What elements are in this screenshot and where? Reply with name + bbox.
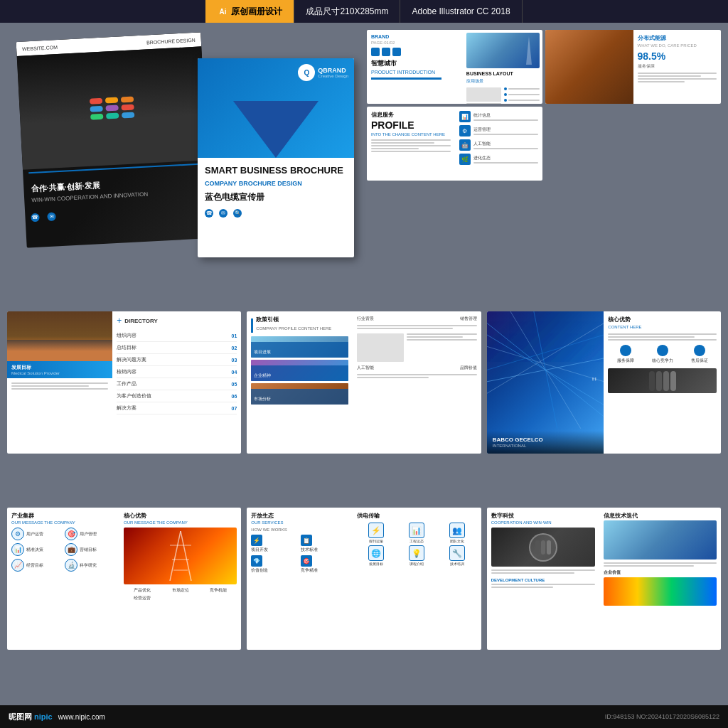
brochure-label: BROCHURE DESIGN bbox=[146, 37, 196, 45]
digital-title: 数字科技 bbox=[491, 512, 595, 520]
adv-icon1 bbox=[620, 345, 631, 356]
svg-line-2 bbox=[487, 335, 604, 370]
ai-label2: 人工智能 bbox=[357, 365, 374, 371]
policy-left: 政策引领 COMPANY PROFILE CONTENT HERE 项目进展 企… bbox=[247, 311, 352, 454]
policy-title: 政策引领 bbox=[256, 316, 331, 323]
adv-icon2 bbox=[657, 345, 668, 356]
dev-target-left: 发展目标 Medical Solution Provider bbox=[7, 311, 112, 454]
policy-right: 行业背景 销售管理 bbox=[353, 311, 481, 454]
core-item2: 市场定位 bbox=[162, 587, 199, 594]
svc-icon2: 📋 bbox=[301, 535, 312, 546]
spread3-left: 信息服务 PROFILE INTO THE CHANGE CONTENT HER… bbox=[367, 107, 455, 181]
svg-line-7 bbox=[534, 311, 557, 429]
development-spread: 发展目标 Medical Solution Provider + DIRECTO… bbox=[7, 311, 241, 454]
profile-label2: 运营管理 bbox=[473, 127, 539, 133]
service4: 🎯 竞争精准 bbox=[301, 555, 348, 574]
supply-icon2: 📊 bbox=[409, 523, 424, 538]
industry-spread: 产业集群 OUR MESSAGE THE COMPANY ⚙ 用户运营 🎯 用户… bbox=[7, 508, 241, 650]
size-info: 成品尺寸210X285mm bbox=[294, 0, 400, 23]
blue-accent-bar bbox=[251, 318, 253, 333]
bullet3 bbox=[504, 99, 540, 102]
policy-img2: 企业精神 bbox=[251, 360, 348, 381]
quote-icon: " bbox=[592, 375, 596, 391]
profile-label3: 人工智能 bbox=[473, 141, 539, 147]
supply-icon4: 🌐 bbox=[368, 545, 384, 561]
profile-items: 📊 统计信息 ⚙ 运营管理 🤖 bbox=[459, 111, 539, 165]
cover-section: WEBSITE.COM BROCHURE DESIGN bbox=[7, 30, 361, 257]
power-tower-img bbox=[124, 528, 237, 584]
svg-line-9 bbox=[181, 531, 191, 581]
copper-cable-image bbox=[545, 30, 633, 104]
col2 bbox=[504, 87, 540, 104]
spread2-right: 分布式能源 WHAT WE DO, CARE PRICED 98.5% 服务保障 bbox=[633, 30, 722, 104]
phone-item: ☎ bbox=[31, 213, 42, 222]
ind-icon5: 📈 经营目标 bbox=[11, 559, 62, 572]
cover-icon-search: 🔍 bbox=[233, 209, 242, 218]
profile-icon2: ⚙ bbox=[459, 125, 471, 136]
svc-icon4: 🎯 bbox=[301, 555, 312, 567]
adv3: 售后保证 bbox=[691, 345, 708, 364]
supply5: 💡 课程介绍 bbox=[397, 545, 436, 566]
core-adv-subtitle2: OUR MESSAGE THE COMPANY bbox=[124, 520, 237, 525]
top-bar: Ai 原创画册设计 成品尺寸210X285mm Adobe Illustrato… bbox=[0, 0, 728, 23]
line1 bbox=[466, 103, 502, 104]
icon2 bbox=[382, 48, 390, 56]
supply-icon6: 🔧 bbox=[449, 545, 465, 561]
policy-subtitle: COMPANY PROFILE CONTENT HERE bbox=[256, 326, 331, 331]
bottom-bar: 昵图网 nipic www.nipic.com ID:948153 NO:202… bbox=[0, 705, 728, 728]
supply-icon5: 💡 bbox=[409, 545, 424, 561]
svc-icon1: ⚡ bbox=[251, 535, 262, 546]
ind-icon4: 💼 营销目标 bbox=[65, 543, 115, 556]
ind-icon1: ⚙ 用户运营 bbox=[11, 528, 62, 540]
asset-id: ID:948153 NO:202410172020S6085122 bbox=[605, 713, 719, 720]
application-scene-label: 应用场景 bbox=[466, 78, 540, 85]
bullet2 bbox=[504, 93, 540, 96]
smoke-effect bbox=[7, 311, 112, 340]
cable-preview bbox=[608, 368, 717, 393]
cover-icon-phone: ☎ bbox=[205, 209, 213, 218]
col1 bbox=[466, 87, 502, 104]
cover-icon-email: ✉ bbox=[219, 209, 228, 218]
core-advantages-right: 核心优势 CONTENT HERE 服务保障 核心竞争力 bbox=[604, 311, 721, 454]
cable-visual bbox=[25, 61, 200, 155]
smart-city-spread: BRAND PAGE-01/02 智慧城市 PRODUCT INTRODUCTI… bbox=[367, 30, 542, 104]
mini-img1 bbox=[466, 87, 502, 102]
core-item4: 经营运营 bbox=[124, 595, 161, 601]
cover-front-bottom: SMART BUSINESS BROCHURE COMPANY BROCHURE… bbox=[198, 158, 354, 225]
supply-right: 供电传输 ⚡ 报刊运输 📊 工程运态 👥 团队文化 🌐 bbox=[353, 508, 481, 650]
supply-icon3: 👥 bbox=[449, 523, 465, 538]
cover-main-title: SMART BUSINESS BROCHURE bbox=[205, 165, 347, 177]
ecosystem-spread: 开放生态 OUR SERVICES HOW WE WORKS ⚡ 项目开发 📋 … bbox=[247, 508, 481, 650]
core-item1: 产品优化 bbox=[124, 587, 161, 594]
what-label: WHAT WE DO, CARE PRICED bbox=[638, 43, 717, 48]
digital-left: 数字科技 COOPERATION AND WIN-WIN DEVELOPMENT… bbox=[487, 508, 599, 650]
phone-icon: ☎ bbox=[31, 213, 40, 223]
cover-front: Q QBRAND Creative Design SMART BUSINESS … bbox=[198, 58, 354, 257]
core-adv-title: 核心优势 bbox=[608, 316, 717, 323]
fire-image bbox=[7, 311, 112, 361]
brand-name: QBRAND bbox=[318, 67, 348, 74]
tower-icon bbox=[522, 36, 536, 65]
cover-back: WEBSITE.COM BROCHURE DESIGN bbox=[16, 32, 212, 247]
profile-icon1: 📊 bbox=[459, 111, 471, 122]
spread2-left bbox=[545, 30, 633, 104]
dir-item2: 总结目标 02 bbox=[117, 342, 237, 354]
industry-subtitle: OUR MESSAGE THE COMPANY bbox=[11, 520, 115, 525]
profile-icon4: 🌿 bbox=[459, 154, 471, 165]
ind-icon3: 📊 精准决策 bbox=[11, 543, 62, 556]
ecosystem-title: 开放生态 bbox=[251, 512, 348, 520]
cover-sub-title: COMPANY BROCHURE DESIGN bbox=[205, 180, 347, 187]
policy-img1: 项目进展 bbox=[251, 336, 348, 358]
fiber-spread: BABCO GECELCO INTERNATIONAL " 核心优势 CONTE… bbox=[487, 311, 721, 454]
service-grid: ⚡ 项目开发 📋 技术标准 💎 价值创造 🎯 竞争精准 bbox=[251, 535, 348, 574]
industry-right: 核心优势 OUR MESSAGE THE COMPANY 产品优化 市场定位 竞… bbox=[119, 508, 241, 650]
blue-divider bbox=[371, 77, 441, 80]
dev-content bbox=[7, 378, 112, 454]
cable-bundle bbox=[90, 96, 134, 119]
layout-columns bbox=[466, 87, 540, 104]
digital-subtitle: COOPERATION AND WIN-WIN bbox=[491, 520, 595, 525]
distribution-title: 分布式能源 bbox=[638, 34, 717, 42]
brand-area: Q QBRAND Creative Design bbox=[298, 64, 348, 81]
supply1: ⚡ 报刊运输 bbox=[357, 523, 395, 543]
svg-line-1 bbox=[487, 346, 604, 381]
